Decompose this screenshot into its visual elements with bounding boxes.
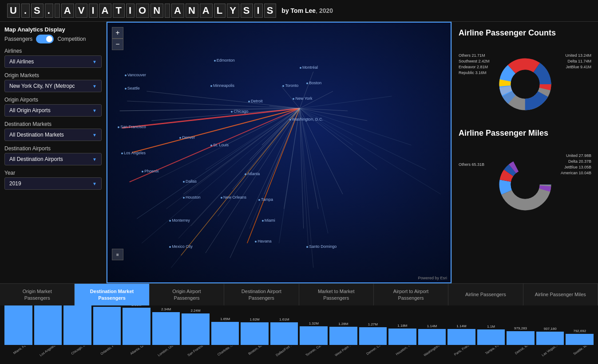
bar-label: Charlotte, NC <box>217 346 235 356</box>
chevron-down-icon: ▼ <box>92 133 97 137</box>
airlines-dropdown[interactable]: All Airlines ▼ <box>4 55 102 68</box>
map-area[interactable]: + − <box>107 22 451 283</box>
svg-line-22 <box>300 108 367 121</box>
bar <box>270 322 298 345</box>
svg-line-32 <box>156 108 299 179</box>
bar-value: 2.66M <box>131 305 141 307</box>
title-letter: U <box>7 4 20 18</box>
bar <box>4 305 32 345</box>
bottom-tabs: Origin MarketPassengers Destination Mark… <box>0 283 598 305</box>
bar-value: 2.7M <box>103 305 111 306</box>
flight-lines-svg <box>107 23 451 282</box>
zoom-in-button[interactable]: + <box>112 27 123 39</box>
bar <box>329 327 357 345</box>
right-panel: Airline Passenger Counts Others 21.71M S… <box>451 22 598 283</box>
year-label: Year <box>4 170 102 176</box>
bar-group: 1.1MTampa, FL <box>477 325 505 364</box>
counts-labels-left: Others 21.71M Southwest 2.42M Endeavor 2… <box>459 53 490 75</box>
svg-line-33 <box>206 108 300 169</box>
map-legend-button[interactable]: ≡ <box>112 249 123 260</box>
passengers-competition-toggle[interactable] <box>36 35 54 43</box>
bar-value: 1.28M <box>338 322 348 326</box>
chevron-down-icon: ▼ <box>92 59 97 64</box>
subtitle: by Tom Lee, 2020 <box>281 7 333 14</box>
svg-line-40 <box>279 108 300 243</box>
svg-line-19 <box>300 72 313 109</box>
toggle-row: Passengers Competition <box>4 35 102 43</box>
title-letter: A <box>99 4 112 18</box>
map-background: + − <box>107 23 451 282</box>
svg-line-15 <box>249 108 300 160</box>
bar-group: 2.7MOrlando, FL <box>93 305 121 364</box>
svg-line-20 <box>300 91 333 109</box>
svg-line-5 <box>120 108 300 111</box>
passengers-label: Passengers <box>4 36 32 42</box>
jetblue-miles-label: JetBlue 13.05B <box>561 165 591 169</box>
svg-line-1 <box>132 108 300 153</box>
esri-credit: Powered by Esri <box>418 276 447 280</box>
delta-count-label: Delta 11.74M <box>565 59 591 63</box>
bar-value: 1.61M <box>279 317 289 321</box>
svg-line-35 <box>300 108 309 248</box>
title-letter: S <box>241 4 253 18</box>
header: U . S . A V I A T I O N A N A L Y S I S … <box>0 0 598 22</box>
svg-line-10 <box>191 108 300 226</box>
bar-group: 979,283Detroit, MI <box>507 326 535 364</box>
svg-line-36 <box>300 108 313 267</box>
bar-value: 1.65M <box>220 317 230 321</box>
bar-label: Orlando, FL <box>100 346 116 356</box>
tab-destination-market[interactable]: Destination MarketPassengers <box>75 284 149 305</box>
tab-airport-to-airport[interactable]: Airport to AirportPassengers <box>374 284 448 305</box>
zoom-out-button[interactable]: − <box>112 39 123 50</box>
origin-markets-section: Origin Markets New York City, NY (Metrop… <box>4 72 102 92</box>
bar-label: Paris, France <box>453 346 471 356</box>
title-letter: A <box>61 4 74 18</box>
svg-line-34 <box>225 108 300 145</box>
title-letter: V <box>75 4 88 18</box>
svg-line-11 <box>206 108 300 253</box>
main-layout: Map Analytics Display Passengers Competi… <box>0 22 598 283</box>
title-letter: N <box>150 4 163 18</box>
tab-destination-airport[interactable]: Destination AirportPassengers <box>224 284 299 305</box>
others-label: Others 21.71M <box>459 53 490 58</box>
bar-value: 2.34M <box>161 307 171 311</box>
svg-line-9 <box>183 108 300 194</box>
tab-airline-miles[interactable]: Airline Passenger Miles <box>523 284 598 305</box>
bar-value: 1.18M <box>397 324 407 328</box>
map-zoom-controls: + − <box>112 27 123 50</box>
map-analytics-title: Map Analytics Display <box>4 26 102 33</box>
tab-market-to-market[interactable]: Market to MarketPassengers <box>299 284 374 305</box>
title-letter: A <box>200 4 213 18</box>
origin-airports-dropdown[interactable]: All Origin Airports ▼ <box>4 104 102 117</box>
tab-airline-passengers[interactable]: Airline Passengers <box>448 284 523 305</box>
svg-line-42 <box>300 108 352 145</box>
year-section: Year 2019 ▼ <box>4 170 102 190</box>
bar-group: 1.28MWest Palm Beach/Palm Beach, FL <box>329 322 357 364</box>
svg-line-41 <box>300 108 328 233</box>
svg-line-16 <box>262 108 300 145</box>
bar <box>123 308 150 345</box>
title-box: U . S . A V I A T I O N A N A L Y S I S <box>7 4 276 18</box>
svg-line-14 <box>233 108 300 189</box>
bar <box>477 329 505 345</box>
destination-markets-dropdown[interactable]: All Destination Markets ▼ <box>4 129 102 141</box>
origin-markets-dropdown[interactable]: New York City, NY (Metropc ▼ <box>4 80 102 92</box>
southwest-label: Southwest 2.42M <box>459 59 490 63</box>
svg-line-3 <box>247 108 300 243</box>
title-letter: T <box>113 4 124 18</box>
bar-label: Las Vegas, NV <box>541 346 561 357</box>
tab-origin-market[interactable]: Origin MarketPassengers <box>0 284 75 305</box>
title-letter: . <box>21 4 30 18</box>
miles-labels-right: United 27.98B Delta 20.37B JetBlue 13.05… <box>561 153 591 175</box>
year-dropdown[interactable]: 2019 ▼ <box>4 177 102 190</box>
destination-airports-dropdown[interactable]: All Destination Airports ▼ <box>4 153 102 165</box>
bar-label: Denver, CO <box>366 346 382 356</box>
passenger-miles-chart: Others 65.31B United 27.98B Delta 20.37B <box>459 145 591 224</box>
tab-origin-airport[interactable]: Origin AirportPassengers <box>150 284 224 305</box>
bar-group: 2.34MLondon, United Kingdom <box>152 307 180 364</box>
bar <box>448 329 475 345</box>
counts-labels-right: United 13.24M Delta 11.74M JetBlue 9.41M <box>565 53 591 69</box>
origin-markets-label: Origin Markets <box>4 72 102 78</box>
united-count-label: United 13.24M <box>565 53 591 58</box>
endeavor-label: Endeavor 2.81M <box>459 65 490 69</box>
